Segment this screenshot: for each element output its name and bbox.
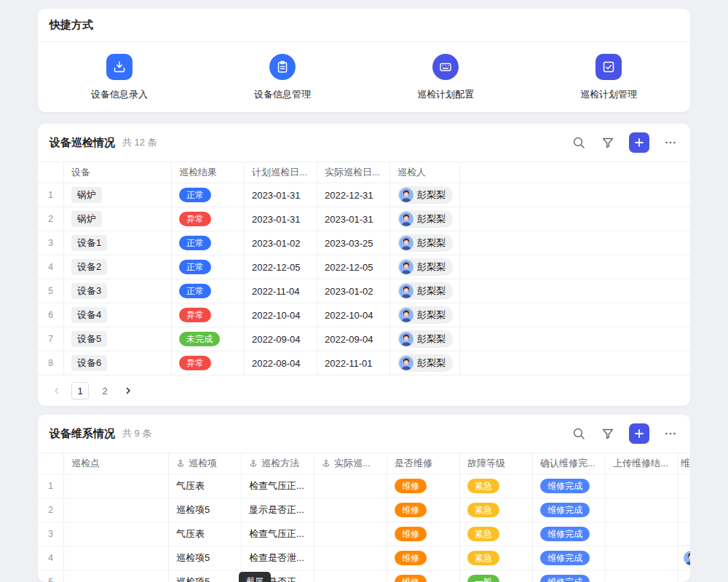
filter-icon[interactable] [600,426,616,442]
inspector-cell: 彭梨梨 [390,303,460,327]
device-tag: 设备5 [71,331,107,347]
table-row[interactable]: 3 设备1 正常 2023-01-02 2023-03-25 彭梨梨 [38,231,690,255]
table-row[interactable]: 5 设备3 正常 2022-11-04 2023-01-02 彭梨梨 [38,279,690,303]
row-number: 6 [38,303,64,327]
person-chip: 彭梨梨 [397,210,453,228]
column-header-actual[interactable]: 实际巡... [314,453,387,474]
column-label: 巡检项 [189,457,217,470]
confirm-cell: 维修完成 [533,546,606,570]
repair-cell: 维修 [387,570,460,582]
add-record-button[interactable] [629,423,649,444]
confirm-badge: 维修完成 [540,575,590,582]
column-header-actual-date[interactable]: 实际巡检日... [317,162,390,183]
method-cell: 检查是否泄... [242,546,314,570]
next-page-button[interactable] [121,383,135,398]
maintenance-card-header: 设备维系情况 共 9 条 [38,415,690,453]
point-cell [64,546,169,570]
repair-badge: 维修 [395,551,427,565]
level-badge: 紧急 [467,527,499,541]
avatar [399,332,414,346]
level-cell: 一般 [460,570,533,582]
maintenance-card: 设备维系情况 共 9 条 巡检点 巡检项 巡检方法 [38,415,690,582]
inspector-cell: 彭梨梨 [390,351,460,375]
status-badge: 正常 [179,236,211,250]
status-badge: 异常 [179,308,211,322]
table-row[interactable]: 1 锅炉 正常 2023-01-31 2022-12-31 彭梨梨 [38,183,690,207]
column-header-device[interactable]: 设备 [64,162,172,183]
row-number-header [38,453,64,474]
shortcuts-title: 快捷方式 [50,18,93,32]
row-number: 3 [38,231,64,255]
empty-cell [460,279,690,303]
empty-cell [460,351,690,375]
result-cell: 未完成 [172,327,245,351]
upload-cell [606,570,678,582]
column-header-result[interactable]: 巡检结果 [172,162,245,183]
person-chip: 彭梨梨 [397,354,453,372]
status-badge: 正常 [179,260,211,274]
table-row[interactable]: 2 巡检项5 显示是否正... 维修 紧急 维修完成 [38,498,690,522]
table-row[interactable]: 4 巡检项5 检查是否泄... 维修 紧急 维修完成 [38,546,690,570]
add-record-button[interactable] [629,132,649,153]
column-header-level[interactable]: 故障等级 [460,453,533,474]
column-header-inspector[interactable]: 巡检人 [390,162,460,183]
table-header: 巡检点 巡检项 巡检方法 实际巡... 是否维修 故障等级 确认维修完... 上… [38,453,690,474]
column-header-method[interactable]: 巡检方法 [242,453,314,474]
more-icon[interactable] [662,426,678,442]
device-cell: 设备5 [64,327,172,351]
shortcut-plan-management[interactable]: 巡检计划管理 [527,54,690,101]
item-cell: 气压表 [169,522,242,546]
table-row[interactable]: 6 设备4 异常 2022-10-04 2022-10-04 彭梨梨 [38,303,690,327]
point-cell [64,474,169,498]
column-header-plan-date[interactable]: 计划巡检日... [245,162,317,183]
column-header-confirm[interactable]: 确认维修完... [533,453,606,474]
table-row[interactable]: 7 设备5 未完成 2022-09-04 2022-09-04 彭梨梨 [38,327,690,351]
page-2-button[interactable]: 2 [96,382,114,399]
search-icon[interactable] [571,135,587,151]
table-row[interactable]: 4 设备2 正常 2022-12-05 2022-12-05 彭梨梨 [38,255,690,279]
device-cell: 设备6 [64,351,172,375]
actual-date-cell: 2023-01-31 [317,207,390,231]
shortcut-device-management[interactable]: 设备信息管理 [201,54,364,101]
shortcuts-card: 快捷方式 设备信息录入 设备信息管理 [38,9,690,112]
device-cell: 锅炉 [64,183,172,207]
confirm-badge: 维修完成 [540,551,590,565]
table-row[interactable]: 8 设备6 异常 2022-08-04 2022-11-01 彭梨梨 [38,351,690,375]
column-header-point[interactable]: 巡检点 [64,453,169,474]
inspector-name: 彭梨梨 [417,212,446,226]
card-actions [571,132,678,153]
column-header-item[interactable]: 巡检项 [169,453,242,474]
more-icon[interactable] [662,135,678,151]
column-header-truncated[interactable]: 维 [678,453,690,474]
confirm-badge: 维修完成 [540,527,590,541]
table-row[interactable]: 2 锅炉 异常 2023-01-31 2023-01-31 彭梨梨 [38,207,690,231]
repair-cell: 维修 [387,546,460,570]
actual-cell [314,498,387,522]
avatar [399,236,414,250]
search-icon[interactable] [571,426,587,442]
prev-page-button[interactable] [50,383,64,398]
filter-icon[interactable] [600,135,616,151]
keyboard-icon [432,54,459,80]
inspector-name: 彭梨梨 [417,236,446,250]
actual-cell [314,522,387,546]
table-row[interactable]: 1 气压表 检查气压正... 维修 紧急 维修完成 [38,474,690,498]
page-1-button[interactable]: 1 [71,382,89,399]
plan-date-cell: 2023-01-31 [245,183,317,207]
column-header-repair[interactable]: 是否维修 [387,453,460,474]
plan-date-cell: 2022-10-04 [245,303,317,327]
actual-date-cell: 2023-03-25 [317,231,390,255]
table-row[interactable]: 5 巡检项5 显示是否正... 维修 一般 维修完成 [38,570,690,582]
status-badge: 异常 [179,212,211,226]
device-cell: 设备3 [64,279,172,303]
point-cell [64,570,169,582]
shortcut-plan-config[interactable]: 巡检计划配置 [364,54,527,101]
confirm-badge: 维修完成 [540,479,590,493]
empty-cell [460,327,690,351]
item-cell: 巡检项5 [169,570,242,582]
avatar [684,551,690,565]
column-header-upload[interactable]: 上传维修结... [606,453,678,474]
level-cell: 紧急 [460,498,533,522]
table-row[interactable]: 3 气压表 检查气压正... 维修 紧急 维修完成 [38,522,690,546]
shortcut-device-entry[interactable]: 设备信息录入 [38,54,201,101]
